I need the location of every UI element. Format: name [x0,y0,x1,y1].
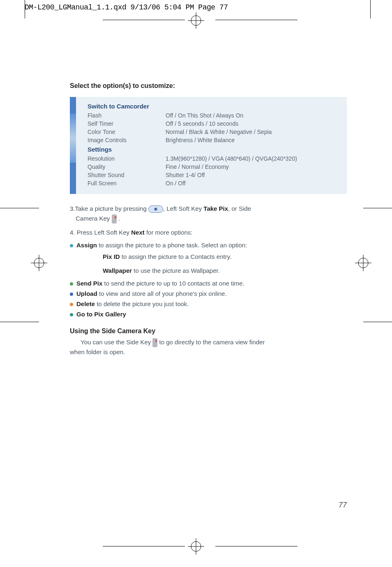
options-table: Switch to Camcorder FlashOff / On This S… [70,97,347,194]
text: to assign the picture to a Contacts entr… [120,253,232,260]
table-row: Self TimerOff / 5 seconds / 10 seconds [88,120,339,127]
crop-mark [0,322,39,322]
text: to delete the picture you just took. [95,300,189,307]
row-value: Brightness / White Balance [166,137,339,143]
row-label: Quality [88,164,166,170]
page-content: Select the option(s) to customize: Switc… [70,82,347,361]
list-item: Go to Pix Gallery [70,311,347,318]
text: for more options: [145,229,193,236]
text: Camera Key [76,215,112,222]
step-3: 3.Take a picture by pressing , Left Soft… [70,204,347,224]
text-bold: Take Pix [203,205,228,212]
text: to assign the picture to a phone task. S… [97,242,247,249]
crop-mark [103,546,185,546]
crop-mark [215,20,297,20]
table-row: FlashOff / On This Shot / Always On [88,112,339,119]
table-row: Full ScreenOn / Off [88,180,339,187]
text-bold: Wallpaper [103,267,132,274]
list-item: Send Pix to send the picture to up to 10… [70,280,347,287]
text: to use the picture as Wallpaper. [132,267,220,274]
crop-mark [363,322,392,322]
row-label: Resolution [88,155,166,162]
table-row: QualityFine / Normal / Economy [88,164,339,170]
text-bold: Next [131,229,145,236]
text: You can use the Side Key [81,339,152,346]
crop-mark [103,20,185,20]
subsection-title: Using the Side Camera Key [70,327,347,335]
registration-mark-icon [188,538,204,555]
registration-mark-icon [355,255,371,271]
text-bold: Pix ID [103,253,120,260]
bullet-icon [70,293,73,296]
text: to view and store all of your phone's pi… [97,290,227,297]
bullet-icon [70,303,73,306]
sub-item: Wallpaper to use the picture as Wallpape… [103,266,347,276]
row-label: Shutter Sound [88,172,166,178]
table-row: Color ToneNormal / Black & White / Negat… [88,129,339,135]
page-number: 77 [339,501,347,509]
text: to send the picture to up to 10 contacts… [102,280,244,287]
box-subtitle: Settings [88,146,339,153]
ok-button-icon [148,205,163,213]
row-value: 1.3M(960*1280) / VGA (480*640) / QVGA(24… [166,155,339,162]
registration-mark-icon [31,255,47,271]
row-value: On / Off [166,180,339,187]
row-label: Image Controls [88,137,166,143]
sub-item: Pix ID to assign the picture to a Contac… [103,252,347,262]
side-key-icon [152,338,157,347]
text: , or Side [228,205,251,212]
bullet-icon [70,313,73,316]
text: , Left Soft Key [163,205,203,212]
section-title: Select the option(s) to customize: [70,82,347,90]
box-subtitle: Switch to Camcorder [88,103,339,110]
document-header: DM-L200_LGManual_1.1.qxd 9/13/06 5:04 PM… [25,3,228,12]
row-label: Color Tone [88,129,166,135]
text: when folder is open. [70,348,125,355]
registration-mark-icon [188,12,204,29]
crop-mark [363,208,392,208]
text-bold: Send Pix [76,280,102,287]
text: to go directly to the camera view finder [159,339,265,346]
table-row: Image ControlsBrightness / White Balance [88,137,339,143]
row-label: Full Screen [88,180,166,187]
list-item: Delete to delete the picture you just to… [70,300,347,307]
text-bold: Assign [76,242,97,249]
list-item: Upload to view and store all of your pho… [70,290,347,297]
bullet-icon [70,282,73,286]
table-row: Resolution1.3M(960*1280) / VGA (480*640)… [88,155,339,162]
text: . [117,215,120,222]
bullet-icon [70,244,73,247]
text: 4. Press Left Soft Key [70,229,131,236]
table-row: Shutter SoundShutter 1-4/ Off [88,172,339,178]
subsection-body: You can use the Side Key to go directly … [70,337,347,357]
row-value: Normal / Black & White / Negative / Sepi… [166,129,339,135]
row-value: Fine / Normal / Economy [166,164,339,170]
row-label: Self Timer [88,120,166,127]
text-bold: Upload [76,290,97,297]
text-bold: Delete [76,300,95,307]
list-item: Assign to assign the picture to a phone … [70,242,347,249]
row-value: Shutter 1-4/ Off [166,172,339,178]
row-value: Off / 5 seconds / 10 seconds [166,120,339,127]
side-key-icon [112,214,117,224]
text: 3.Take a picture by pressing [70,205,148,212]
crop-mark [0,208,39,208]
row-value: Off / On This Shot / Always On [166,112,339,119]
text-bold: Go to Pix Gallery [76,311,126,318]
crop-mark [215,546,297,546]
crop-mark [370,0,371,18]
step-4: 4. Press Left Soft Key Next for more opt… [70,228,347,237]
row-label: Flash [88,112,166,119]
